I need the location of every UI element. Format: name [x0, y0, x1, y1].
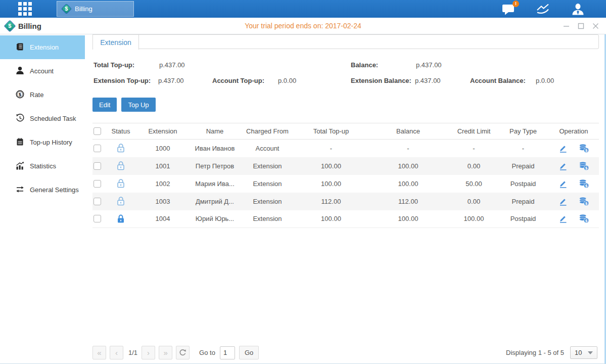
account-balance-value: p.0.00: [536, 77, 554, 84]
svg-text:$: $: [585, 201, 587, 205]
topup-coins-icon[interactable]: $: [579, 197, 589, 206]
unlock-icon[interactable]: [116, 197, 125, 204]
topup-coins-icon[interactable]: $: [579, 214, 589, 223]
cell-total-topup: 100.00: [296, 210, 366, 228]
column-header: Extension: [135, 123, 191, 140]
unlock-icon[interactable]: [116, 161, 125, 169]
cell-balance: 100.00: [366, 175, 450, 193]
sidebar: ExtensionAccount$RateScheduled TaskTop-u…: [0, 34, 85, 364]
row-checkbox[interactable]: [94, 145, 101, 152]
notification-badge: !: [512, 1, 519, 7]
trial-notice: Your trial period ends on: 2017-02-24: [0, 22, 606, 30]
app-grid-icon[interactable]: [18, 2, 32, 16]
cell-credit-limit: 50.00: [450, 175, 498, 193]
goto-label: Go to: [199, 349, 215, 356]
displaying-text: Displaying 1 - 5 of 5: [506, 349, 564, 356]
sidebar-item-label: Statistics: [30, 162, 56, 170]
statistics-icon: [16, 161, 24, 171]
pencil-edit-icon[interactable]: [558, 197, 568, 206]
edit-button[interactable]: Edit: [92, 98, 117, 112]
select-all-checkbox[interactable]: [94, 127, 101, 135]
refresh-icon[interactable]: [176, 346, 190, 359]
cell-name: Иван Иванов: [191, 140, 239, 157]
topup-coins-icon[interactable]: $: [579, 161, 589, 171]
chevron-down-icon: [588, 351, 593, 354]
svg-text:$: $: [19, 92, 22, 97]
prev-page-button[interactable]: ‹: [110, 346, 123, 359]
statistics-chart-icon[interactable]: [536, 3, 551, 15]
svg-text:$: $: [585, 165, 587, 170]
row-checkbox[interactable]: [94, 198, 101, 205]
next-page-button[interactable]: ›: [142, 346, 155, 359]
close-icon[interactable]: [592, 22, 599, 29]
cell-balance: -: [366, 140, 450, 157]
topup-coins-icon[interactable]: $: [579, 179, 589, 189]
cell-balance: 100.00: [366, 157, 450, 175]
cell-extension: 1003: [135, 193, 191, 210]
row-checkbox[interactable]: [94, 180, 101, 188]
goto-page-input[interactable]: [220, 346, 235, 359]
column-header: Name: [191, 123, 239, 140]
tab-bar-empty-area: [138, 34, 599, 49]
cell-balance: 112.00: [366, 193, 450, 210]
lock-icon[interactable]: [116, 214, 125, 222]
topup-history-icon: [16, 138, 24, 148]
pencil-edit-icon[interactable]: [558, 161, 568, 171]
sidebar-item-rate[interactable]: $Rate: [0, 83, 85, 107]
sidebar-item-label: Account: [30, 67, 54, 75]
svg-text:$: $: [585, 148, 587, 152]
tab-extension[interactable]: Extension: [92, 34, 139, 50]
top-up-button[interactable]: Top Up: [121, 98, 155, 112]
messages-icon[interactable]: !: [502, 3, 516, 15]
cell-credit-limit: 100.00: [450, 210, 498, 228]
extension-topup-value: p.437.00: [158, 77, 184, 84]
row-checkbox[interactable]: [94, 162, 101, 170]
user-icon[interactable]: [571, 3, 585, 15]
first-page-button[interactable]: «: [92, 346, 106, 359]
billing-diamond-icon: $: [61, 4, 72, 14]
desktop-topbar: $ Billing !: [0, 0, 606, 18]
taskbar-tab-billing[interactable]: $ Billing: [57, 1, 134, 17]
minimize-icon[interactable]: [563, 22, 570, 29]
pencil-edit-icon[interactable]: [558, 144, 568, 153]
sidebar-item-top-up-history[interactable]: Top-up History: [0, 130, 85, 154]
cell-charged-from: Extension: [239, 157, 296, 175]
taskbar-tab-label: Billing: [75, 5, 92, 13]
main-content: Extension Total Top-up: p.437.00 Balance…: [85, 34, 606, 364]
cell-credit-limit: 0.00: [450, 193, 498, 210]
extension-topup-label: Extension Top-up:: [94, 77, 151, 84]
page-indicator: 1/1: [128, 349, 137, 356]
table-row: 1002Мария Ива...Extension100.00100.0050.…: [92, 175, 599, 193]
table-row: 1004Юрий Юрь...Extension100.00100.00100.…: [92, 210, 599, 228]
extension-balance-value: p.437.00: [415, 77, 441, 84]
unlock-icon[interactable]: [116, 144, 125, 152]
pencil-edit-icon[interactable]: [558, 214, 568, 223]
unlock-icon[interactable]: [116, 179, 125, 187]
maximize-icon[interactable]: [577, 22, 584, 29]
cell-charged-from: Extension: [239, 210, 296, 228]
page-size-value: 10: [575, 349, 582, 356]
topup-coins-icon[interactable]: $: [579, 144, 589, 153]
cell-charged-from: Account: [239, 140, 296, 157]
cell-charged-from: Extension: [239, 175, 296, 193]
cell-name: Дмитрий Д...: [191, 193, 239, 210]
cell-total-topup: 112.00: [296, 193, 366, 210]
row-checkbox[interactable]: [94, 215, 101, 222]
cell-extension: 1002: [135, 175, 191, 193]
sidebar-item-scheduled-task[interactable]: Scheduled Task: [0, 107, 85, 130]
tab-strip: Extension: [92, 34, 599, 50]
sidebar-item-account[interactable]: Account: [0, 59, 85, 83]
billing-diamond-icon: $: [4, 20, 16, 32]
sidebar-item-statistics[interactable]: Statistics: [0, 154, 85, 178]
pencil-edit-icon[interactable]: [558, 179, 568, 189]
sidebar-item-extension[interactable]: Extension: [0, 35, 85, 59]
go-button[interactable]: Go: [239, 346, 259, 359]
billing-summary: Total Top-up: p.437.00 Balance: p.437.00…: [92, 57, 599, 90]
page-size-select[interactable]: 10: [570, 346, 597, 359]
cell-pay-type: Prepaid: [498, 157, 548, 175]
sidebar-item-general-settings[interactable]: General Settings: [0, 178, 85, 202]
total-topup-label: Total Top-up:: [94, 61, 134, 69]
rate-dollar-icon: $: [16, 90, 24, 100]
table-row: 1000Иван ИвановAccount----$: [92, 140, 599, 157]
last-page-button[interactable]: »: [159, 346, 172, 359]
